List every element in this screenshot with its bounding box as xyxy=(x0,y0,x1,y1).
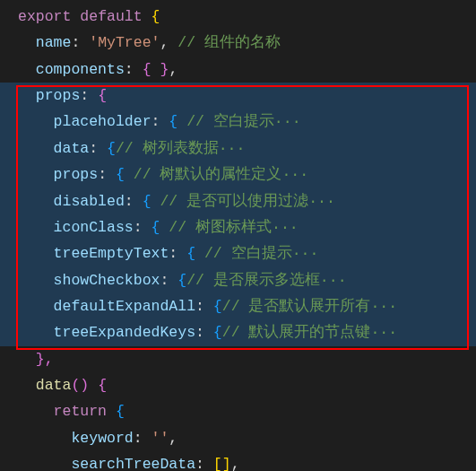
comment: // 树图标样式··· xyxy=(169,219,298,236)
property-showcheckbox: showCheckbox xyxy=(54,272,160,289)
brace-open: { xyxy=(98,377,107,394)
code-line: showCheckbox: {// 是否展示多选框··· xyxy=(0,267,476,293)
code-line: props: { xyxy=(0,83,476,109)
property-keyword: keyword xyxy=(71,430,133,447)
property-defaultexpandall: defaultExpandAll xyxy=(54,298,195,315)
parens: () xyxy=(71,377,89,394)
property-iconclass: iconClass xyxy=(54,219,134,236)
brace-open: { xyxy=(151,219,160,236)
brace-open: { xyxy=(177,272,186,289)
brace-open: { xyxy=(116,403,125,420)
comment: // 树默认的属性定义··· xyxy=(134,166,308,183)
property-props-inner: props xyxy=(54,166,99,183)
comment: // 树列表数据··· xyxy=(116,140,245,157)
code-line: disabled: { // 是否可以使用过滤··· xyxy=(0,188,476,214)
keyword-export: export xyxy=(18,8,71,25)
property-data: data xyxy=(54,140,90,157)
brace-open: { xyxy=(169,113,177,130)
brace-open: { xyxy=(143,193,151,210)
comment: // 默认展开的节点键··· xyxy=(222,324,397,341)
comment: // 空白提示··· xyxy=(204,245,318,262)
brace-open: { xyxy=(213,298,222,315)
code-line: treeExpandedKeys: {// 默认展开的节点键··· xyxy=(0,319,476,345)
property-name: name xyxy=(36,34,72,51)
property-treeemptytext: treeEmptyText xyxy=(54,245,169,262)
property-treeexpandedkeys: treeExpandedKeys xyxy=(54,324,195,341)
comment: // 组件的名称 xyxy=(177,34,281,51)
brace-open: { xyxy=(213,324,222,341)
method-data: data xyxy=(36,377,72,394)
brace-open: { xyxy=(98,87,107,104)
code-line: }, xyxy=(0,346,476,372)
property-disabled: disabled xyxy=(54,193,125,210)
code-line: keyword: '', xyxy=(0,425,476,451)
code-line: treeEmptyText: { // 空白提示··· xyxy=(0,240,476,266)
property-components: components xyxy=(36,61,125,78)
code-line: return { xyxy=(0,398,476,424)
comment: // 空白提示··· xyxy=(186,113,300,130)
code-line: searchTreeData: [], xyxy=(0,451,476,471)
property-placeholder: placeholder xyxy=(54,113,151,130)
brace-open: { xyxy=(151,8,160,25)
keyword-default: default xyxy=(80,8,142,25)
brace-open: { xyxy=(107,140,116,157)
property-searchtreedata: searchTreeData xyxy=(71,456,195,471)
comment: // 是否可以使用过滤··· xyxy=(160,193,334,210)
bracket-value: [] xyxy=(213,456,231,471)
keyword-return: return xyxy=(54,403,107,420)
string-value: 'MyTree' xyxy=(89,34,160,51)
code-line: data: {// 树列表数据··· xyxy=(0,135,476,161)
brace-open: { xyxy=(186,245,195,262)
code-line: data() { xyxy=(0,372,476,398)
code-line: placeholder: { // 空白提示··· xyxy=(0,109,476,135)
comment: // 是否默认展开所有··· xyxy=(222,298,397,315)
braces: { } xyxy=(143,61,169,78)
comment: // 是否展示多选框··· xyxy=(186,272,346,289)
code-line: props: { // 树默认的属性定义··· xyxy=(0,161,476,188)
code-editor[interactable]: export default { name: 'MyTree', // 组件的名… xyxy=(0,4,476,471)
code-line: iconClass: { // 树图标样式··· xyxy=(0,214,476,240)
code-line: components: { }, xyxy=(0,57,476,83)
brace-open: { xyxy=(116,166,125,183)
code-line: export default { xyxy=(0,4,476,30)
property-props: props xyxy=(36,87,81,104)
code-line: name: 'MyTree', // 组件的名称 xyxy=(0,30,476,56)
brace-close: }, xyxy=(36,351,54,368)
string-value: '' xyxy=(151,430,169,447)
code-line: defaultExpandAll: {// 是否默认展开所有··· xyxy=(0,293,476,319)
